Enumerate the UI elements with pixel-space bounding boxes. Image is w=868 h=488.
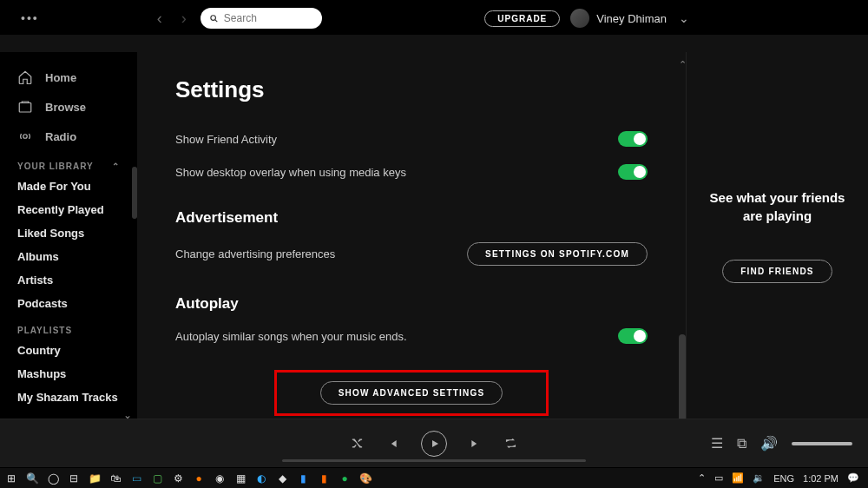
volume-slider[interactable] — [792, 442, 852, 445]
settings-icon[interactable]: ⚙ — [170, 471, 186, 486]
sidebar-label: Browse — [45, 101, 86, 114]
sidebar-item-browse[interactable]: Browse — [0, 92, 137, 122]
progress-bar[interactable] — [282, 459, 586, 462]
find-friends-button[interactable]: FIND FRIENDS — [722, 260, 832, 283]
sidebar: Home Browse Radio YOUR LIBRARY⌃ Made For… — [0, 52, 137, 419]
playlists-header: PLAYLISTS — [0, 315, 137, 339]
browse-icon — [17, 99, 33, 115]
sidebar-item-playlist[interactable]: Mashups — [0, 362, 137, 386]
friend-activity-toggle[interactable] — [618, 131, 648, 147]
queue-icon[interactable]: ☰ — [711, 435, 723, 452]
wifi-icon[interactable]: 📶 — [732, 472, 744, 484]
home-icon — [17, 69, 33, 85]
chrome-icon[interactable]: ◉ — [212, 471, 227, 486]
page-title: Settings — [175, 76, 648, 103]
highlight-annotation: SHOW ADVANCED SETTINGS — [274, 370, 549, 416]
player-bar: ☰ ⧉ 🔊 — [0, 419, 868, 467]
setting-label: Change advertising preferences — [175, 247, 335, 260]
language-indicator[interactable]: ENG — [773, 473, 794, 484]
store-icon[interactable]: 🛍 — [108, 471, 123, 486]
shuffle-icon[interactable] — [351, 437, 364, 450]
svg-line-1 — [215, 19, 217, 21]
cortana-icon[interactable]: ◯ — [45, 471, 61, 486]
sidebar-label: Home — [45, 71, 76, 84]
app-icon[interactable]: 🎨 — [358, 471, 373, 486]
sidebar-item-playlist[interactable]: Country — [0, 339, 137, 362]
sidebar-label: Radio — [45, 130, 76, 143]
search-input[interactable] — [224, 12, 313, 24]
chevron-up-icon[interactable]: ⌃ — [112, 162, 120, 171]
username-label: Viney Dhiman — [596, 12, 667, 25]
svg-point-3 — [23, 135, 28, 139]
notifications-icon[interactable]: 💬 — [847, 472, 859, 484]
sidebar-item-liked-songs[interactable]: Liked Songs — [0, 221, 137, 245]
battery-icon[interactable]: ▭ — [714, 472, 723, 484]
setting-label: Autoplay similar songs when your music e… — [175, 330, 407, 343]
ms-icon[interactable]: ▦ — [233, 471, 248, 486]
autoplay-header: Autoplay — [175, 295, 648, 313]
mail-icon[interactable]: ▭ — [128, 471, 144, 486]
sidebar-item-podcasts[interactable]: Podcasts — [0, 292, 137, 315]
start-icon[interactable]: ⊞ — [3, 471, 19, 486]
repeat-icon[interactable] — [504, 437, 517, 450]
windows-taskbar[interactable]: ⊞ 🔍 ◯ ⊟ 📁 🛍 ▭ ▢ ⚙ ● ◉ ▦ ◐ ◆ ▮ ▮ ● 🎨 ⌃ ▭ … — [0, 467, 868, 488]
devices-icon[interactable]: ⧉ — [737, 436, 746, 452]
user-menu[interactable]: Viney Dhiman ⌄ — [570, 9, 689, 28]
sidebar-item-radio[interactable]: Radio — [0, 122, 137, 151]
edge-icon[interactable]: ◐ — [253, 471, 269, 486]
search-icon — [209, 13, 219, 24]
back-button[interactable]: ‹ — [152, 10, 168, 28]
scrollbar[interactable] — [679, 334, 686, 419]
sidebar-item-home[interactable]: Home — [0, 63, 137, 92]
settings-on-spotify-button[interactable]: SETTINGS ON SPOTIFY.COM — [467, 242, 648, 266]
upgrade-button[interactable]: UPGRADE — [484, 10, 560, 27]
taskview-icon[interactable]: ⊟ — [66, 471, 82, 486]
advertisement-header: Advertisement — [175, 209, 648, 227]
scroll-up-icon[interactable]: ⌃ — [679, 59, 686, 70]
sidebar-item-made-for-you[interactable]: Made For You — [0, 175, 137, 198]
search-icon[interactable]: 🔍 — [24, 471, 40, 486]
firefox-icon[interactable]: ● — [191, 471, 207, 486]
volume-icon[interactable]: 🔊 — [760, 435, 778, 452]
sidebar-item-artists[interactable]: Artists — [0, 268, 137, 292]
clock[interactable]: 1:02 PM — [803, 473, 838, 484]
app-icon[interactable]: ▢ — [149, 471, 165, 486]
radio-icon — [17, 129, 33, 144]
svg-rect-2 — [19, 103, 31, 113]
sidebar-item-recently-played[interactable]: Recently Played — [0, 198, 137, 221]
tray-chevron-icon[interactable]: ⌃ — [698, 472, 706, 484]
play-button[interactable] — [421, 431, 447, 457]
sidebar-item-playlist[interactable]: My Shazam Tracks — [0, 386, 137, 409]
explorer-icon[interactable]: 📁 — [87, 471, 102, 486]
app-icon[interactable]: ◆ — [274, 471, 290, 486]
autoplay-toggle[interactable] — [618, 328, 648, 344]
library-header: YOUR LIBRARY⌃ — [0, 151, 137, 175]
friends-panel: See what your friends are playing FIND F… — [686, 52, 868, 419]
sidebar-item-albums[interactable]: Albums — [0, 245, 137, 268]
previous-icon[interactable] — [386, 438, 398, 450]
app-icon[interactable]: ▮ — [295, 471, 311, 486]
play-icon — [430, 439, 440, 449]
svg-point-0 — [211, 15, 216, 20]
spotify-icon[interactable]: ● — [337, 471, 352, 486]
setting-label: Show Friend Activity — [175, 133, 277, 146]
forward-button[interactable]: › — [176, 10, 192, 28]
desktop-overlay-toggle[interactable] — [618, 164, 648, 180]
next-icon[interactable] — [470, 438, 482, 450]
friends-title: See what your friends are playing — [707, 188, 847, 225]
search-input-container[interactable] — [201, 8, 322, 29]
menu-dots-icon[interactable]: ••• — [21, 11, 39, 25]
avatar — [570, 9, 589, 28]
setting-label: Show desktop overlay when using media ke… — [175, 166, 406, 179]
app-icon[interactable]: ▮ — [316, 471, 332, 486]
main-panel: ⌃ Settings Show Friend Activity Show des… — [137, 52, 686, 419]
chevron-down-icon[interactable]: ⌄ — [0, 409, 137, 419]
volume-tray-icon[interactable]: 🔉 — [753, 472, 765, 484]
chevron-down-icon: ⌄ — [679, 11, 689, 25]
show-advanced-settings-button[interactable]: SHOW ADVANCED SETTINGS — [320, 381, 503, 405]
